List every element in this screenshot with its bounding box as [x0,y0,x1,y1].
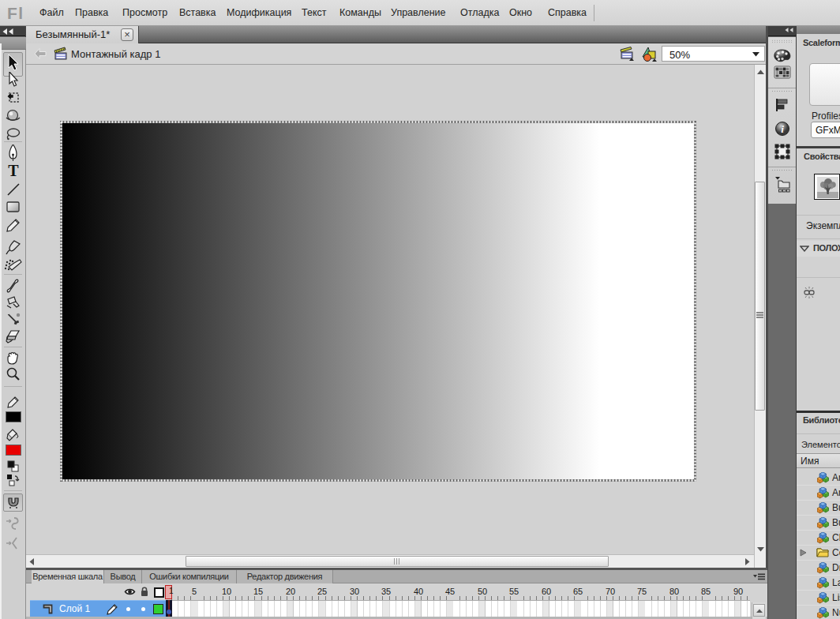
svg-text:i: i [781,123,784,135]
svg-text:T: T [8,163,19,178]
